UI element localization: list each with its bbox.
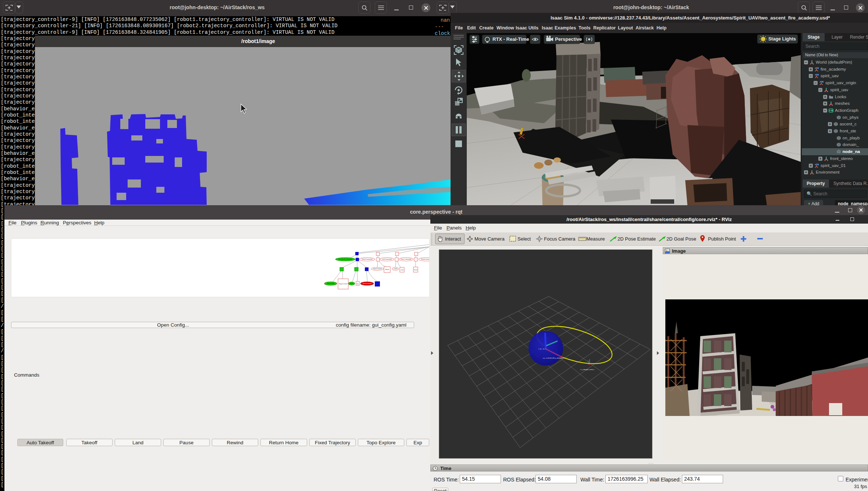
- svg-text:Pause Commanded: Pause Commanded: [401, 259, 411, 260]
- svg-text:Takeoff Complete: Takeoff Complete: [363, 283, 372, 284]
- svg-text:armed: armed: [350, 283, 353, 284]
- svg-text:Takeoff Commanded: Takeoff Commanded: [362, 259, 373, 260]
- svg-text:r. int... rtx: 1: r. int... rtx: 1: [538, 348, 547, 350]
- svg-text:Land Commanded: Land Commanded: [382, 259, 392, 260]
- svg-text:Request Control: Request Control: [339, 283, 347, 285]
- svg-text:n.a., rt.1/t-09/_DR_y_00000043: n.a., rt.1/t-09/_DR_y_00000043: [543, 357, 564, 359]
- svg-text:Land: Land: [401, 269, 403, 271]
- svg-text:Landed: Landed: [394, 268, 398, 270]
- svg-text:x_t_abcjg/wl_samli_n: x_t_abcjg/wl_samli_n: [580, 369, 594, 370]
- svg-text:Takeoff: Takeoff: [385, 269, 389, 270]
- svg-text:RTX - Real-Time: RTX - Real-Time: [492, 36, 529, 42]
- svg-text:arm: arm: [356, 283, 359, 285]
- svg-text:Auto Takeoff Commanded: Auto Takeoff Commanded: [339, 259, 352, 260]
- svg-text:Pause: Pause: [414, 269, 417, 271]
- svg-text:Takeoff Complete: Takeoff Complete: [373, 268, 382, 270]
- svg-text:Rewind Commanded: Rewind Commanded: [421, 259, 429, 260]
- svg-text:Perspective: Perspective: [555, 36, 582, 42]
- svg-text:Offboard Mode: Offboard Mode: [327, 283, 334, 284]
- svg-text:Stage Lights: Stage Lights: [768, 36, 796, 42]
